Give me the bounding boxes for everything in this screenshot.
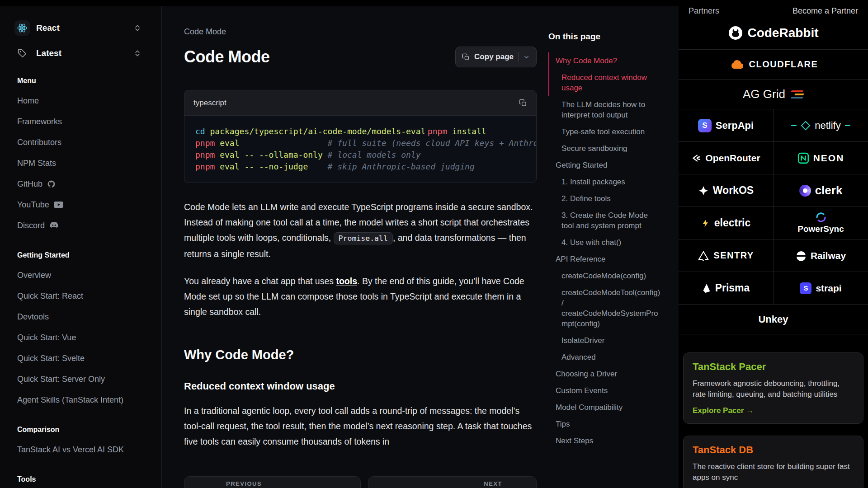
sidebar-item-agent-skills[interactable]: Agent Skills (TanStack Intent) xyxy=(0,389,161,410)
paragraph-context-window: In a traditional agentic loop, every too… xyxy=(184,403,537,449)
code-token-args: packages/typescript/ai-code-mode/models-… xyxy=(205,127,426,136)
code-token-args: eval -- --no-judge xyxy=(215,162,308,171)
sentry-logo-icon xyxy=(698,251,709,261)
toc-item-type-safe[interactable]: Type-safe tool execution xyxy=(548,123,662,140)
partner-cell-sentry[interactable]: SENTRY xyxy=(679,239,773,272)
toc-item-why-code-mode[interactable]: Why Code Mode? xyxy=(548,52,662,69)
partner-cell-netlify[interactable]: netlify xyxy=(773,109,868,141)
previous-label: PREVIOUS xyxy=(226,480,262,488)
page-title: Code Mode xyxy=(184,47,270,66)
sidebar-item-label: YouTube xyxy=(17,200,49,210)
toc-item-custom-events[interactable]: Custom Events xyxy=(548,382,662,399)
promo-card-pacer: TanStack Pacer Framework agnostic deboun… xyxy=(683,352,863,424)
prisma-logo-icon xyxy=(702,283,711,294)
button-divider xyxy=(518,52,519,61)
toc-item-getting-started[interactable]: Getting Started xyxy=(548,157,662,174)
comparison-nav: TanStack AI vs Vercel AI SDK xyxy=(0,439,161,460)
sidebar-item-github[interactable]: GitHub xyxy=(0,174,161,194)
partner-cell-clerk[interactable]: clerk xyxy=(773,174,868,206)
sidebar-item-devtools[interactable]: Devtools xyxy=(0,306,161,327)
sidebar-item-tanstack-vs-vercel[interactable]: TanStack AI vs Vercel AI SDK xyxy=(0,439,161,460)
sidebar-section-comparison: Comparison xyxy=(0,426,161,436)
sidebar-item-overview[interactable]: Overview xyxy=(0,265,161,286)
chevron-down-icon xyxy=(523,54,530,61)
sidebar-item-frameworks[interactable]: Frameworks xyxy=(0,111,161,132)
partner-name-railway: Railway xyxy=(811,250,846,261)
version-selector[interactable]: Latest xyxy=(0,42,161,64)
paragraph-intro: Code Mode lets an LLM write and execute … xyxy=(184,199,537,262)
sidebar-item-quick-start-vue[interactable]: Quick Start: Vue xyxy=(0,327,161,348)
sidebar-item-npm-stats[interactable]: NPM Stats xyxy=(0,153,161,174)
partner-cell-openrouter[interactable]: OpenRouter xyxy=(679,142,773,174)
discord-icon xyxy=(49,222,59,229)
heading-reduced-context: Reduced context window usage xyxy=(184,380,537,392)
sidebar-item-quick-start-server-only[interactable]: Quick Start: Server Only xyxy=(0,369,161,389)
partner-name-coderabbit: CodeRabbit xyxy=(747,26,818,40)
sidebar-item-youtube[interactable]: YouTube xyxy=(0,194,161,215)
sidebar: React Latest Menu Home Frameworks Contri… xyxy=(0,6,162,488)
netlify-logo-icon xyxy=(801,121,811,131)
partner-cell-neon[interactable]: NEON xyxy=(773,142,868,174)
toc-item-reduced-context[interactable]: Reduced context window usage xyxy=(548,69,662,96)
toc-list: Why Code Mode? Reduced context window us… xyxy=(548,52,662,449)
toc-item-choosing-a-driver[interactable]: Choosing a Driver xyxy=(548,366,662,382)
sidebar-item-home[interactable]: Home xyxy=(0,90,161,111)
partner-cell-coderabbit[interactable]: CodeRabbit xyxy=(679,16,868,49)
toc-item-install-packages[interactable]: 1. Install packages xyxy=(548,174,662,190)
sidebar-item-discord[interactable]: Discord xyxy=(0,215,161,236)
copy-page-label: Copy page xyxy=(474,52,514,61)
toc-item-use-with-chat[interactable]: 4. Use with chat() xyxy=(548,234,662,251)
netlify-logo-dash xyxy=(845,125,850,126)
toc-item-advanced[interactable]: Advanced xyxy=(548,349,662,366)
tools-link[interactable]: tools xyxy=(336,276,357,286)
partner-name-electric: electric xyxy=(714,217,751,229)
toc-item-define-tools[interactable]: 2. Define tools xyxy=(548,190,662,207)
partner-cell-powersync[interactable]: PowerSync xyxy=(773,207,868,239)
partner-name-serpapi: SerpApi xyxy=(716,120,754,131)
breadcrumb: Code Mode xyxy=(184,27,537,37)
toc-item-api-reference[interactable]: API Reference xyxy=(548,251,662,267)
partner-cell-unkey[interactable]: Unkey xyxy=(679,305,868,334)
promo-title-pacer: TanStack Pacer xyxy=(693,361,854,373)
partner-cell-aggrid[interactable]: AG Grid xyxy=(679,80,868,109)
menu-nav: Home Frameworks Contributors NPM Stats G… xyxy=(0,90,161,236)
partner-name-sentry: SENTRY xyxy=(713,250,754,261)
toc-item-model-compatibility[interactable]: Model Compatibility xyxy=(548,399,662,416)
framework-selector[interactable]: React xyxy=(0,17,161,39)
toc-item-next-steps[interactable]: Next Steps xyxy=(548,432,662,449)
become-a-partner-link[interactable]: Become a Partner xyxy=(793,6,858,16)
partner-cell-electric[interactable]: electric xyxy=(679,207,773,239)
version-selector-label: Latest xyxy=(36,48,133,58)
explore-pacer-link[interactable]: Explore Pacer → xyxy=(693,406,854,415)
partner-cell-cloudflare[interactable]: CLOUDFLARE xyxy=(679,50,868,79)
toc-item-isolate-driver[interactable]: IsolateDriver xyxy=(548,332,662,349)
react-logo-icon xyxy=(14,20,30,36)
partner-cell-strapi[interactable]: S strapi xyxy=(773,272,868,304)
sidebar-item-quick-start-react[interactable]: Quick Start: React xyxy=(0,286,161,306)
cloudflare-logo-icon xyxy=(729,60,745,70)
sidebar-item-quick-start-svelte[interactable]: Quick Start: Svelte xyxy=(0,348,161,369)
previous-page-button[interactable]: PREVIOUS xyxy=(184,476,361,488)
partner-cell-serpapi[interactable]: S SerpApi xyxy=(679,109,773,141)
toc-item-create-code-mode-config[interactable]: createCodeMode(config) xyxy=(548,267,662,284)
code-token-command: pnpm xyxy=(195,150,215,160)
toc-item-tips[interactable]: Tips xyxy=(548,416,662,432)
chevron-updown-icon xyxy=(133,49,142,57)
sidebar-item-contributors[interactable]: Contributors xyxy=(0,132,161,153)
partner-cell-railway[interactable]: Railway xyxy=(773,239,868,272)
partner-name-neon: NEON xyxy=(813,153,844,164)
copy-page-button[interactable]: Copy page xyxy=(455,47,537,67)
partner-cell-workos[interactable]: WorkOS xyxy=(679,174,773,206)
electric-logo-icon xyxy=(701,218,710,229)
coderabbit-logo-icon xyxy=(728,25,743,41)
toc-item-llm-decides[interactable]: The LLM decides how to interpret tool ou… xyxy=(548,96,662,123)
partner-cell-prisma[interactable]: Prisma xyxy=(679,272,773,304)
toc-item-create-code-mode-tool-config[interactable]: createCodeModeTool(config) / createCodeM… xyxy=(548,284,662,332)
sidebar-item-label: Discord xyxy=(17,221,45,230)
copy-code-button[interactable] xyxy=(519,99,527,107)
next-page-button[interactable]: NEXT xyxy=(368,476,537,488)
partner-name-cloudflare: CLOUDFLARE xyxy=(749,59,818,70)
code-language-label: typescript xyxy=(193,99,226,108)
toc-item-create-code-mode-tool[interactable]: 3. Create the Code Mode tool and system … xyxy=(548,207,662,234)
toc-item-secure-sandboxing[interactable]: Secure sandboxing xyxy=(548,140,662,157)
